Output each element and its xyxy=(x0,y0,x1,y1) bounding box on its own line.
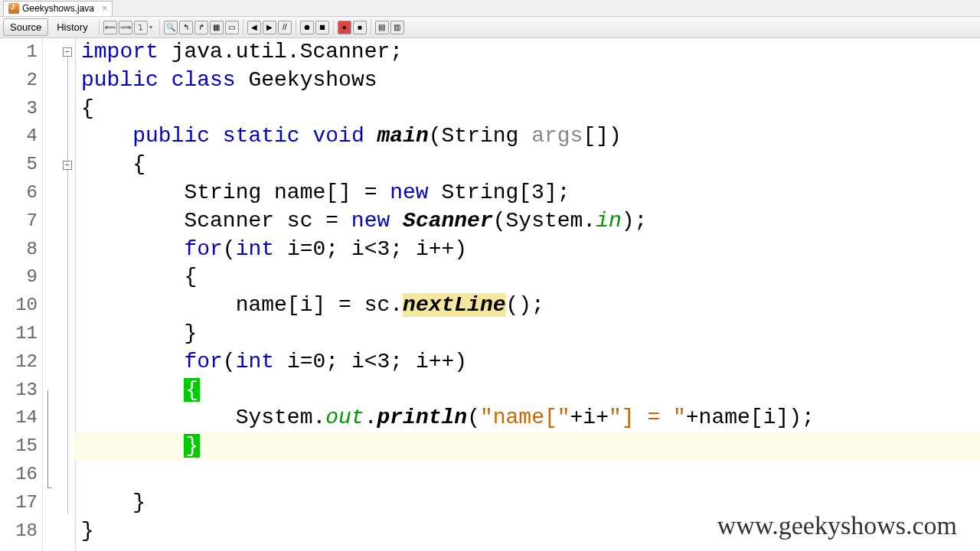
code-line: for(int i=0; i<3; i++) xyxy=(74,348,980,377)
code-line: public static void main(String args[]) xyxy=(74,122,980,151)
shift-right-icon[interactable]: ▶ xyxy=(263,21,276,34)
code-line: Scanner sc = new Scanner(System.in); xyxy=(74,207,980,236)
line-number-gutter: 123 456 789 101112 131415 161718 xyxy=(0,38,43,551)
code-line: String name[] = new String[3]; xyxy=(74,179,980,207)
separator xyxy=(99,20,100,35)
bookmark-next-icon[interactable]: ▥ xyxy=(390,21,404,34)
shift-left-icon[interactable]: ◀ xyxy=(247,21,261,34)
tab-bar: Geekyshows.java × xyxy=(0,0,980,17)
history-view-button[interactable]: History xyxy=(50,18,94,36)
code-line: System.out.println("name["+i+"] = "+name… xyxy=(74,404,980,432)
comment-icon[interactable]: // xyxy=(278,21,292,34)
start-macro-icon[interactable]: ⏺ xyxy=(300,21,314,34)
code-line: import java.util.Scanner; xyxy=(74,38,980,67)
code-area[interactable]: import java.util.Scanner; public class G… xyxy=(74,38,980,551)
fold-guide xyxy=(47,482,52,488)
watermark-text: www.geekyshows.com xyxy=(717,511,957,540)
find-selection-icon[interactable]: 🔍 xyxy=(164,21,178,34)
fold-guide xyxy=(67,57,68,161)
code-line xyxy=(74,461,980,489)
separator xyxy=(371,20,371,35)
fold-toggle-icon[interactable]: − xyxy=(63,47,72,57)
source-view-button[interactable]: Source xyxy=(3,18,48,36)
code-line-current: } xyxy=(74,432,980,461)
java-file-icon xyxy=(8,3,19,14)
toggle-rect-select-icon[interactable]: ▭ xyxy=(225,21,239,34)
fold-toggle-icon[interactable]: − xyxy=(63,161,72,170)
tab-filename: Geekyshows.java xyxy=(22,3,94,14)
record-icon[interactable]: ● xyxy=(338,21,351,34)
toggle-highlight-icon[interactable]: ▦ xyxy=(210,21,224,34)
fold-guide xyxy=(47,390,48,482)
code-line: { xyxy=(74,151,980,179)
nav-forward-icon[interactable]: ⟹ xyxy=(119,21,132,34)
bookmark-icon[interactable]: ▤ xyxy=(375,21,389,34)
code-line: { xyxy=(74,95,980,123)
stop-icon[interactable]: ■ xyxy=(353,21,367,34)
dropdown-icon[interactable]: ▾ xyxy=(149,24,155,31)
find-next-icon[interactable]: ↱ xyxy=(194,21,208,34)
code-line: for(int i=0; i<3; i++) xyxy=(74,236,980,264)
separator xyxy=(159,20,160,35)
find-prev-icon[interactable]: ↰ xyxy=(179,21,193,34)
code-line: { xyxy=(74,263,980,292)
stop-macro-icon[interactable]: ⏹ xyxy=(315,21,329,34)
editor-toolbar: Source History ⟸ ⟹ ⤵ ▾ 🔍 ↰ ↱ ▦ ▭ ◀ ▶ // … xyxy=(0,17,980,38)
code-line: { xyxy=(74,377,980,405)
separator xyxy=(333,20,334,35)
close-tab-icon[interactable]: × xyxy=(102,3,107,14)
nav-last-edit-icon[interactable]: ⤵ xyxy=(134,21,148,34)
separator xyxy=(243,20,243,35)
code-line: } xyxy=(74,320,980,348)
code-editor[interactable]: 123 456 789 101112 131415 161718 − − imp… xyxy=(0,38,980,551)
code-line: public class Geekyshows xyxy=(74,67,980,95)
code-line: name[i] = sc.nextLine(); xyxy=(74,292,980,320)
file-tab[interactable]: Geekyshows.java × xyxy=(3,1,113,16)
separator xyxy=(296,20,296,35)
fold-column: − − xyxy=(43,38,74,551)
fold-guide xyxy=(67,170,68,514)
nav-back-icon[interactable]: ⟸ xyxy=(103,21,117,34)
